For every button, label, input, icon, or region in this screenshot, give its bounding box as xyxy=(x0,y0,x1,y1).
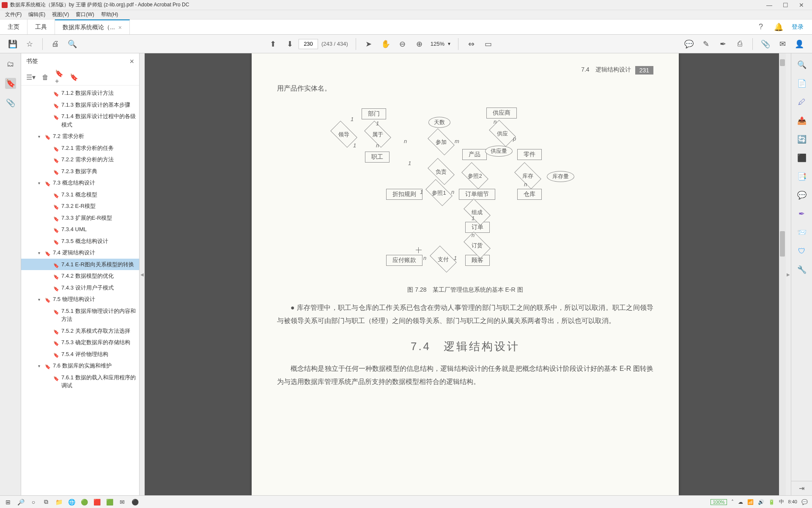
bookmark-item[interactable]: 7.6.1 数据的载入和应用程序的调试 xyxy=(21,372,139,392)
bookmark-item[interactable]: 7.2.1 需求分析的任务 xyxy=(21,142,139,154)
tray-cloud-icon[interactable]: ☁ xyxy=(738,499,743,505)
attachments-icon[interactable]: 📎 xyxy=(5,97,16,108)
star-icon[interactable]: ☆ xyxy=(24,38,36,50)
comment-tool-icon[interactable]: 💬 xyxy=(796,190,807,201)
pointer-icon[interactable]: ➤ xyxy=(363,38,375,50)
maximize-button[interactable]: ☐ xyxy=(782,1,789,9)
bookmark-item[interactable]: ▾7.2 需求分析 xyxy=(21,130,139,142)
tab-home[interactable]: 主页 xyxy=(0,19,27,34)
search-icon[interactable]: 🔍 xyxy=(66,38,78,50)
vertical-scrollbar[interactable] xyxy=(779,53,786,495)
zoom-out-icon[interactable]: ⊖ xyxy=(397,38,409,50)
tray-time[interactable]: 8:40 xyxy=(788,499,797,504)
wechat-icon[interactable]: 🟩 xyxy=(103,497,116,508)
print-icon[interactable]: 🖨 xyxy=(49,38,61,50)
fit-page-icon[interactable]: ▭ xyxy=(482,38,494,50)
send-review-icon[interactable]: 📨 xyxy=(796,227,807,238)
thumbnails-icon[interactable]: 🗂 xyxy=(5,58,16,69)
export-pdf-icon[interactable]: 📤 xyxy=(796,115,807,126)
bookmark-item[interactable]: 7.5.1 数据库物理设计的内容和方法 xyxy=(21,305,139,325)
stamp-icon[interactable]: ⎙ xyxy=(734,38,746,50)
bookmark-item[interactable]: 7.3.3 扩展的E-R模型 xyxy=(21,212,139,224)
menu-edit[interactable]: 编辑(E) xyxy=(25,11,49,18)
acrobat-icon[interactable]: 🟥 xyxy=(91,497,103,508)
bookmark-item[interactable]: ▾7.3 概念结构设计 xyxy=(21,177,139,189)
bm-delete-icon[interactable]: 🗑 xyxy=(41,73,50,82)
bookmark-item[interactable]: ▾7.4 逻辑结构设计 xyxy=(21,247,139,259)
tray-wifi-icon[interactable]: 📶 xyxy=(747,499,754,505)
bm-new-icon[interactable]: 🔖+ xyxy=(55,73,64,82)
bookmark-item[interactable]: ▾7.5 物理结构设计 xyxy=(21,293,139,305)
collapse-sidebar-handle[interactable]: ◀ xyxy=(140,53,145,495)
login-link[interactable]: 登录 xyxy=(792,23,804,31)
menu-file[interactable]: 文件(F) xyxy=(2,11,25,18)
tray-up-icon[interactable]: ˄ xyxy=(731,499,734,505)
bookmark-item[interactable]: ▾7.6 数据库的实施和维护 xyxy=(21,360,139,372)
tray-volume-icon[interactable]: 🔊 xyxy=(758,499,764,505)
page-down-icon[interactable]: ⬇ xyxy=(284,38,296,50)
menu-window[interactable]: 窗口(W) xyxy=(72,11,97,18)
minimize-button[interactable]: — xyxy=(765,1,773,9)
bookmark-item[interactable]: 7.4.2 数据模型的优化 xyxy=(21,270,139,282)
bookmark-item[interactable]: 7.5.3 确定数据库的存储结构 xyxy=(21,337,139,348)
collapse-right-handle[interactable]: ▶ xyxy=(786,53,791,495)
start-icon[interactable]: ⊞ xyxy=(2,497,14,508)
tray-zoom-badge[interactable]: 100% xyxy=(710,499,727,505)
bm-find-icon[interactable]: 🔖 xyxy=(69,73,79,82)
search-taskbar-icon[interactable]: 🔎 xyxy=(14,497,27,508)
bookmark-item[interactable]: 7.3.5 概念结构设计 xyxy=(21,235,139,247)
tray-ime-icon[interactable]: 中 xyxy=(779,498,784,505)
bookmark-item[interactable]: 7.1.3 数据库设计的基本步骤 xyxy=(21,99,139,111)
bookmark-item[interactable]: 7.4.1 E-R图向关系模型的转换 xyxy=(21,259,139,271)
explorer-icon[interactable]: 📁 xyxy=(52,497,65,508)
expand-right-icon[interactable]: ⇥ xyxy=(791,481,812,495)
combine-icon[interactable]: ⬛ xyxy=(796,152,807,163)
bookmarks-icon[interactable]: 🔖 xyxy=(5,78,16,89)
people-icon[interactable]: 👤 xyxy=(793,38,805,50)
tray-battery-icon[interactable]: 🔋 xyxy=(768,499,775,505)
obs-icon[interactable]: ⚫ xyxy=(129,497,141,508)
email-icon[interactable]: ✉ xyxy=(776,38,788,50)
comment-icon[interactable]: 💬 xyxy=(683,38,695,50)
tab-document[interactable]: 数据库系统概论（... × xyxy=(55,19,130,34)
bookmark-item[interactable]: 7.5.2 关系模式存取方法选择 xyxy=(21,325,139,337)
document-viewer[interactable]: 7.4 逻辑结构设计 231 用产品作实体名。 部门 供应商 职工 产品 零件 … xyxy=(145,53,786,495)
tray-notifications-icon[interactable]: 💬 xyxy=(801,499,808,505)
bookmark-item[interactable]: 7.3.2 E-R模型 xyxy=(21,200,139,212)
protect-icon[interactable]: 🛡 xyxy=(796,246,807,257)
fit-width-icon[interactable]: ⇔ xyxy=(465,38,477,50)
bm-options-icon[interactable]: ☰▾ xyxy=(26,73,36,82)
page-number-input[interactable] xyxy=(299,39,318,49)
bookmark-toggle-icon[interactable]: ▾ xyxy=(38,180,44,186)
close-button[interactable]: ✕ xyxy=(798,1,805,9)
edge-icon[interactable]: 🌐 xyxy=(65,497,78,508)
share-icon[interactable]: 📎 xyxy=(760,38,771,50)
bookmark-item[interactable]: 7.2.3 数据字典 xyxy=(21,166,139,177)
menu-help[interactable]: 帮助(H) xyxy=(98,11,122,18)
save-icon[interactable]: 💾 xyxy=(7,38,19,50)
edit-pdf-icon[interactable]: 🖊 xyxy=(796,97,807,108)
scroll-up-icon[interactable] xyxy=(780,59,785,66)
organize-icon[interactable]: 🔄 xyxy=(796,134,807,145)
bookmark-item[interactable]: 7.3.4 UML xyxy=(21,224,139,235)
hand-icon[interactable]: ✋ xyxy=(380,38,392,50)
mail-icon[interactable]: ✉ xyxy=(116,497,129,508)
zoom-dropdown[interactable]: 125% ▼ xyxy=(428,41,454,47)
page-up-icon[interactable]: ⬆ xyxy=(267,38,279,50)
search-plus-icon[interactable]: 🔍 xyxy=(796,59,807,70)
scroll-thumb[interactable] xyxy=(780,231,785,257)
bookmark-toggle-icon[interactable]: ▾ xyxy=(38,296,44,303)
taskview-icon[interactable]: ⧉ xyxy=(40,497,52,508)
bookmark-item[interactable]: 7.2.2 需求分析的方法 xyxy=(21,154,139,166)
cortana-icon[interactable]: ○ xyxy=(27,497,40,508)
sign-icon[interactable]: ✒ xyxy=(717,38,729,50)
zoom-in-icon[interactable]: ⊕ xyxy=(414,38,425,50)
fill-sign-icon[interactable]: ✒ xyxy=(796,208,807,219)
menu-view[interactable]: 视图(V) xyxy=(49,11,72,18)
tab-tools[interactable]: 工具 xyxy=(27,19,55,34)
close-panel-icon[interactable]: × xyxy=(129,57,134,66)
help-icon[interactable]: ? xyxy=(756,22,765,32)
notification-icon[interactable]: 🔔 xyxy=(774,22,783,32)
bookmark-item[interactable]: 7.3.1 概念模型 xyxy=(21,189,139,201)
more-tools-icon[interactable]: 🔧 xyxy=(796,264,807,275)
